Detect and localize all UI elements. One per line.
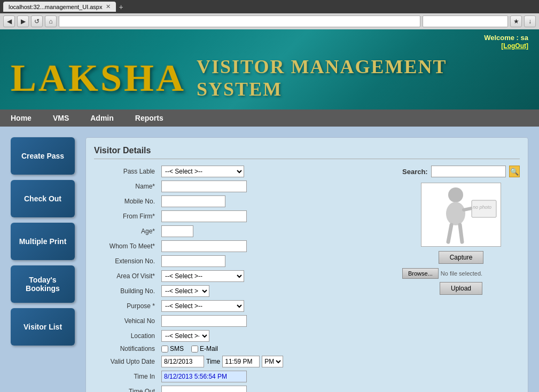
search-label: Search: [402,168,428,176]
purpose-select[interactable]: --< Select >-- [161,300,244,312]
browser-chrome: localhost:32...management_UI.aspx ✕ + ◀ … [0,0,539,29]
url-bar[interactable]: localhost:3253/Vms/Visitor_management_UI… [59,15,420,27]
area-label: Area Of Visit* [94,272,158,280]
welcome-text: Welcome : sa [484,34,528,42]
extension-label: Extension No. [94,257,158,265]
upload-button[interactable]: Upload [440,282,482,295]
area-row: Area Of Visit* --< Select >-- [94,270,392,282]
bookmark-button[interactable]: ★ [510,15,522,27]
app-subtitle: VISITOR MANAGEMENT SYSTEM [197,56,528,100]
building-select[interactable]: --< Select > [161,285,209,297]
time-in-input[interactable] [161,371,247,382]
purpose-row: Purpose * --< Select >-- [94,300,392,312]
file-row: Browse... No file selected. [402,268,520,279]
browser-search-input[interactable]: uTorrentControl_v2 Custo [423,15,508,27]
svg-text:no photo: no photo [473,205,491,210]
whom-to-meet-label: Whom To Meet* [94,242,158,250]
no-photo-svg: no photo [424,184,498,246]
visitor-list-btn[interactable]: Visitor List [11,308,75,346]
age-input[interactable] [161,225,193,237]
location-row: Location --< Select >-- [94,330,392,342]
app-header: Welcome : sa [LogOut] LAKSHA VISITOR MAN… [0,29,539,109]
no-file-text: No file selected. [441,270,482,277]
time-out-input[interactable] [161,386,247,392]
new-tab-icon[interactable]: + [119,3,123,11]
svg-line-4 [460,225,462,242]
svg-point-1 [446,202,465,225]
search-input[interactable] [431,166,506,177]
name-row: Name* [94,181,392,192]
email-checkbox-label[interactable]: E-Mail [191,345,218,352]
form-layout: Pass Lable --< Select >-- Name* Mobile N… [94,166,520,392]
refresh-button[interactable]: ↺ [31,15,43,27]
age-row: Age* [94,225,392,237]
purpose-label: Purpose * [94,302,158,310]
mobile-input[interactable] [161,195,225,207]
logout-link[interactable]: [LogOut] [501,42,528,50]
building-label: Building No. [94,287,158,295]
back-button[interactable]: ◀ [3,15,15,27]
welcome-bar: Welcome : sa [LogOut] [11,34,528,50]
time-out-label: Time Out [94,388,158,392]
todays-bookings-btn[interactable]: Today's Bookings [11,265,75,303]
tab-close-icon[interactable]: ✕ [106,3,111,10]
main-content: Create Pass Check Out Multiple Print Tod… [0,127,539,392]
nav-bar: Home VMS Admin Reports [0,109,539,127]
sms-checkbox[interactable] [161,346,168,352]
mobile-row: Mobile No. [94,195,392,207]
form-title: Visitor Details [94,146,520,159]
browser-toolbar: ◀ ▶ ↺ ⌂ localhost:3253/Vms/Visitor_manag… [0,13,539,29]
location-label: Location [94,332,158,340]
extension-input[interactable] [161,255,225,267]
valid-date-input[interactable] [161,356,204,367]
time-in-label: Time In [94,373,158,380]
time-in-row: Time In [94,371,392,382]
valid-upto-row: Valid Upto Date Time PM AM [94,356,392,367]
search-button[interactable]: 🔍 [509,166,520,177]
time-label: Time [206,358,220,365]
whom-to-meet-row: Whom To Meet* [94,240,392,252]
capture-button[interactable]: Capture [439,251,484,264]
svg-line-3 [448,225,451,242]
search-row: Search: 🔍 [402,166,520,177]
nav-admin[interactable]: Admin [80,109,124,127]
from-firm-label: From Firm* [94,213,158,220]
vehicle-input[interactable] [161,315,247,327]
browser-titlebar: localhost:32...management_UI.aspx ✕ + [0,0,539,13]
download-button[interactable]: ↓ [524,15,536,27]
valid-upto-datetime: Time PM AM [161,356,283,367]
valid-upto-label: Valid Upto Date [94,358,158,365]
browse-button[interactable]: Browse... [402,268,439,279]
browser-tab[interactable]: localhost:32...management_UI.aspx ✕ [3,2,116,12]
notifications-row: Notifications SMS E-Mail [94,345,392,352]
building-row: Building No. --< Select > [94,285,392,297]
photo-area: Search: 🔍 [402,166,520,392]
email-label: E-Mail [200,345,218,352]
multiple-print-btn[interactable]: Multiple Print [11,223,75,260]
location-select[interactable]: --< Select >-- [161,330,209,342]
nav-home[interactable]: Home [0,109,42,127]
pass-label-select[interactable]: --< Select >-- [161,166,244,177]
form-container: Visitor Details Pass Lable --< Select >-… [85,137,528,392]
age-label: Age* [94,228,158,235]
nav-vms[interactable]: VMS [42,109,80,127]
pass-label-label: Pass Lable [94,168,158,175]
check-out-btn[interactable]: Check Out [11,180,75,217]
sms-checkbox-label[interactable]: SMS [161,345,184,352]
notifications-label: Notifications [94,345,158,352]
ampm-select[interactable]: PM AM [262,356,283,367]
vehicle-row: Vehical No [94,315,392,327]
home-button[interactable]: ⌂ [45,15,57,27]
name-input[interactable] [161,181,247,192]
time-input[interactable] [222,356,260,367]
area-select[interactable]: --< Select >-- [161,270,244,282]
photo-box: no photo [421,183,501,247]
search-icon: 🔍 [510,168,519,176]
from-firm-input[interactable] [161,210,247,222]
whom-to-meet-input[interactable] [161,240,247,252]
create-pass-btn[interactable]: Create Pass [11,137,75,175]
email-checkbox[interactable] [191,346,198,352]
forward-button[interactable]: ▶ [17,15,29,27]
from-firm-row: From Firm* [94,210,392,222]
nav-reports[interactable]: Reports [124,109,174,127]
